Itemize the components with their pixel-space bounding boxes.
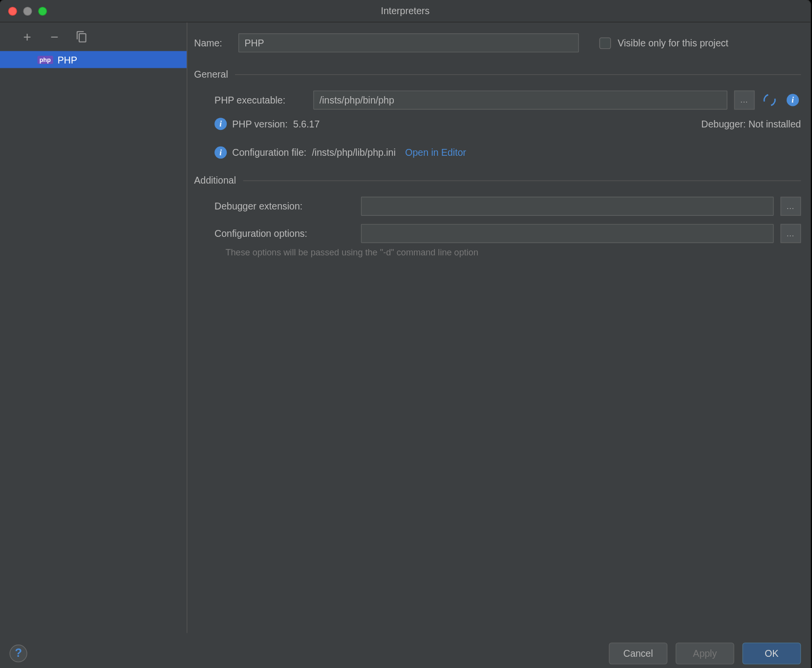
section-general: General xyxy=(194,69,801,80)
config-file-value: /insts/php/lib/php.ini xyxy=(312,147,395,158)
row-debugger-extension: Debugger extension: … xyxy=(214,197,801,216)
refresh-icon xyxy=(761,92,778,108)
section-additional: Additional xyxy=(194,175,801,186)
sidebar-item-label: PHP xyxy=(58,54,77,65)
visible-only-checkbox[interactable] xyxy=(599,37,611,49)
titlebar: Interpreters xyxy=(0,0,811,22)
sidebar-item-php[interactable]: php PHP xyxy=(0,51,187,68)
debugger-label: Debugger: xyxy=(701,119,746,129)
reload-interpreter-button[interactable] xyxy=(761,92,777,108)
minimize-window-button[interactable] xyxy=(23,6,32,15)
config-options-input[interactable] xyxy=(361,224,774,243)
debugger-extension-label: Debugger extension: xyxy=(214,201,354,211)
apply-button[interactable]: Apply xyxy=(676,643,734,665)
php-executable-input[interactable] xyxy=(313,90,727,109)
close-window-button[interactable] xyxy=(8,6,17,15)
config-options-hint: These options will be passed using the "… xyxy=(225,247,801,257)
ok-button[interactable]: OK xyxy=(742,643,801,665)
remove-interpreter-button[interactable]: − xyxy=(48,30,62,43)
window-title: Interpreters xyxy=(0,5,811,16)
visible-only-label: Visible only for this project xyxy=(618,38,728,48)
window-controls xyxy=(0,6,47,15)
config-options-label: Configuration options: xyxy=(214,228,354,239)
dialog-footer: ? Cancel Apply OK xyxy=(0,633,811,668)
debugger-value: Not installed xyxy=(748,119,801,129)
section-additional-label: Additional xyxy=(194,175,236,186)
name-input[interactable] xyxy=(238,33,579,52)
config-options-browse-button[interactable]: … xyxy=(781,224,801,243)
info-icon: i xyxy=(214,118,227,130)
show-phpinfo-button[interactable]: i xyxy=(785,92,801,108)
add-interpreter-button[interactable]: + xyxy=(21,30,34,43)
copy-interpreter-button[interactable] xyxy=(75,30,88,43)
divider xyxy=(235,74,801,74)
php-version-value: 5.6.17 xyxy=(293,119,320,129)
row-name: Name: Visible only for this project xyxy=(194,33,801,52)
interpreter-list: php PHP xyxy=(0,51,187,633)
name-label: Name: xyxy=(194,38,232,48)
section-general-label: General xyxy=(194,69,228,80)
debugger-extension-input[interactable] xyxy=(361,197,774,216)
debugger-status: Debugger: Not installed xyxy=(701,119,801,129)
interpreters-dialog: Interpreters + − php PHP Name: xyxy=(0,0,811,668)
php-executable-browse-button[interactable]: … xyxy=(734,90,755,109)
info-icon: i xyxy=(214,146,227,159)
row-config-options: Configuration options: … xyxy=(214,224,801,243)
sidebar-toolbar: + − xyxy=(0,22,187,51)
divider xyxy=(243,180,801,181)
cancel-button[interactable]: Cancel xyxy=(609,643,667,665)
row-php-executable: PHP executable: … i xyxy=(214,90,801,109)
php-icon: php xyxy=(38,56,53,64)
debugger-extension-browse-button[interactable]: … xyxy=(781,197,801,216)
help-button[interactable]: ? xyxy=(10,645,27,662)
open-in-editor-link[interactable]: Open in Editor xyxy=(405,147,466,158)
row-php-version: i PHP version: 5.6.17 xyxy=(214,118,320,130)
form-panel: Name: Visible only for this project Gene… xyxy=(187,22,811,633)
info-icon: i xyxy=(787,94,799,106)
php-version-label: PHP version: xyxy=(232,119,288,129)
row-config-file: i Configuration file: /insts/php/lib/php… xyxy=(214,146,801,159)
maximize-window-button[interactable] xyxy=(38,6,47,15)
dialog-body: + − php PHP Name: Visible only for this xyxy=(0,22,811,633)
sidebar: + − php PHP xyxy=(0,22,187,633)
config-file-label: Configuration file: xyxy=(232,147,306,158)
php-executable-label: PHP executable: xyxy=(214,95,306,105)
